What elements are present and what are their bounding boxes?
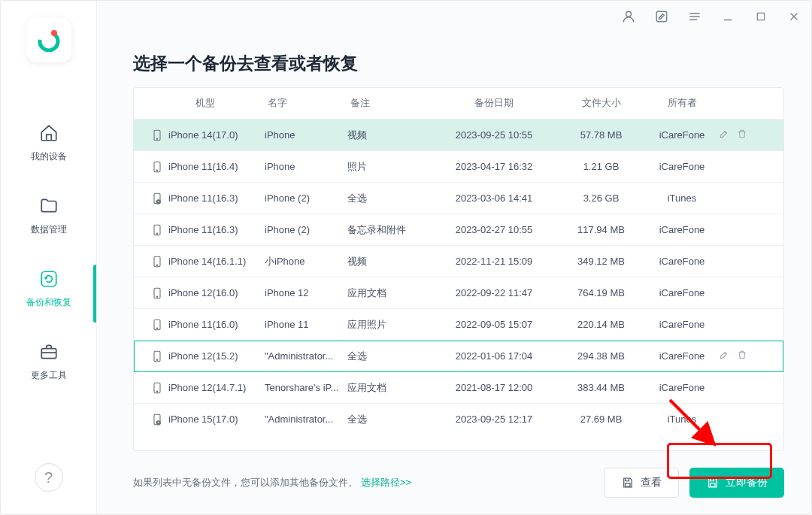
table-header: 机型 名字 备注 备份日期 文件大小 所有者: [134, 88, 783, 120]
edit-icon[interactable]: [653, 8, 670, 25]
itunes-phone-icon: [141, 191, 168, 206]
phone-icon: [141, 128, 168, 143]
titlebar: [620, 8, 802, 25]
svg-point-8: [156, 138, 157, 139]
table-row[interactable]: iPhone 14(17.0) iPhone 视频 2023-09-25 10:…: [134, 120, 783, 151]
cell-date: 2023-09-25 12:17: [430, 414, 558, 425]
cell-date: 2022-09-22 11:47: [430, 287, 558, 298]
table-row[interactable]: iPhone 11(16.3) iPhone (2) 全选 2023-03-06…: [134, 183, 783, 214]
cell-name: iPhone: [265, 161, 347, 172]
cell-owner: iTunes: [644, 192, 720, 204]
th-model: 机型: [168, 97, 265, 110]
svg-rect-3: [41, 349, 56, 359]
sidebar-item-label: 数据管理: [31, 223, 67, 236]
cell-size: 383.44 MB: [558, 382, 644, 393]
cell-size: 294.38 MB: [558, 350, 644, 362]
cell-size: 117.94 MB: [558, 224, 644, 235]
footer: 如果列表中无备份文件，您可以添加其他备份文件。 选择路径>> 查看 立即备份: [133, 468, 784, 498]
phone-icon: [141, 254, 168, 269]
app-window: 我的设备 数据管理 备份和恢复 更多工具 ?: [0, 0, 812, 515]
cell-owner: iCareFone: [644, 224, 720, 235]
cell-model: iPhone 14(16.1.1): [168, 256, 265, 267]
table-row[interactable]: iPhone 15(17.0) "Administrator... 全选 202…: [134, 404, 783, 432]
sidebar-item-my-device[interactable]: 我的设备: [1, 111, 96, 184]
th-name: 名字: [265, 97, 347, 110]
delete-row-icon[interactable]: [737, 129, 747, 141]
cell-owner: iCareFone: [644, 129, 720, 141]
cell-size: 349.12 MB: [558, 256, 644, 267]
table-row[interactable]: iPhone 12(15.2) "Administrator... 全选 202…: [134, 341, 783, 372]
svg-point-22: [156, 359, 157, 360]
delete-row-icon[interactable]: [737, 350, 747, 362]
maximize-icon[interactable]: [753, 8, 769, 25]
save-view-icon: [621, 476, 635, 489]
cell-name: "Administrator...: [265, 350, 347, 362]
choose-path-link[interactable]: 选择路径>>: [361, 476, 411, 489]
sidebar-item-label: 我的设备: [31, 150, 67, 163]
table-row[interactable]: iPhone 11(16.4) iPhone 照片 2023-04-17 16:…: [134, 151, 783, 183]
table-row[interactable]: iPhone 12(16.0) iPhone 12 应用文档 2022-09-2…: [134, 277, 783, 309]
cell-owner: iCareFone: [644, 161, 720, 172]
svg-rect-6: [757, 13, 764, 20]
phone-icon: [141, 159, 168, 174]
menu-icon[interactable]: [686, 8, 703, 25]
view-button[interactable]: 查看: [604, 468, 679, 498]
cell-date: 2022-01-06 17:04: [430, 350, 558, 362]
edit-row-icon[interactable]: [719, 129, 729, 141]
cell-size: 1.21 GB: [558, 161, 644, 172]
table-row[interactable]: iPhone 11(16.3) iPhone (2) 备忘录和附件 2023-0…: [134, 214, 783, 246]
cell-note: 备忘录和附件: [347, 223, 430, 237]
table-row[interactable]: iPhone 11(16.0) iPhone 11 应用照片 2022-09-0…: [134, 309, 783, 341]
cell-name: iPhone: [265, 129, 347, 141]
edit-row-icon[interactable]: [719, 350, 729, 362]
svg-point-1: [51, 30, 57, 36]
th-size: 文件大小: [558, 97, 644, 110]
question-icon: ?: [44, 469, 53, 486]
cell-owner: iCareFone: [644, 287, 720, 298]
cell-model: iPhone 12(15.2): [168, 350, 265, 362]
cell-model: iPhone 11(16.4): [168, 161, 265, 172]
sidebar-item-more-tools[interactable]: 更多工具: [1, 330, 96, 403]
phone-icon: [141, 286, 168, 301]
user-icon[interactable]: [620, 8, 637, 25]
folder-icon: [38, 195, 60, 217]
main-content: 选择一个备份去查看或者恢复 机型 名字 备注 备份日期 文件大小 所有者 iPh…: [97, 1, 811, 514]
footer-actions: 查看 立即备份: [604, 468, 784, 498]
home-icon: [38, 122, 60, 144]
cell-name: Tenorshare's iP...: [265, 382, 347, 393]
svg-point-14: [156, 233, 157, 234]
svg-point-24: [156, 391, 157, 392]
svg-point-4: [626, 11, 632, 17]
svg-rect-27: [626, 483, 630, 487]
help-button[interactable]: ?: [35, 463, 63, 492]
cell-size: 57.78 MB: [558, 129, 644, 141]
app-logo: [26, 17, 71, 62]
cell-model: iPhone 12(16.0): [168, 287, 265, 298]
table-row[interactable]: iPhone 14(16.1.1) 小iPhone 视频 2022-11-21 …: [134, 246, 783, 277]
cell-owner: iCareFone: [644, 382, 720, 393]
cell-model: iPhone 11(16.3): [168, 224, 265, 235]
sidebar-item-data-manage[interactable]: 数据管理: [1, 184, 96, 257]
table-row[interactable]: iPhone 12(14.7.1) Tenorshare's iP... 应用文…: [134, 372, 783, 404]
svg-point-16: [156, 265, 157, 265]
cell-size: 220.14 MB: [558, 319, 644, 330]
sidebar-item-backup-restore[interactable]: 备份和恢复: [1, 257, 96, 330]
cell-name: "Administrator...: [265, 414, 347, 425]
cell-size: 27.69 MB: [558, 414, 644, 425]
cell-size: 3.26 GB: [558, 192, 644, 204]
sidebar-item-label: 备份和恢复: [26, 296, 71, 309]
cell-name: iPhone (2): [265, 224, 347, 235]
svg-point-0: [37, 29, 61, 52]
svg-point-18: [156, 296, 157, 297]
cell-note: 应用文档: [347, 381, 430, 395]
phone-icon: [141, 380, 168, 395]
cell-size: 764.19 MB: [558, 287, 644, 298]
main-area: 选择一个备份去查看或者恢复 机型 名字 备注 备份日期 文件大小 所有者 iPh…: [96, 1, 811, 514]
close-icon[interactable]: [786, 8, 802, 25]
cell-note: 视频: [347, 129, 430, 142]
minimize-icon[interactable]: [720, 8, 736, 25]
backup-now-button[interactable]: 立即备份: [689, 468, 784, 498]
toolbox-icon: [38, 341, 60, 363]
cell-name: 小iPhone: [265, 255, 347, 268]
cell-owner: iTunes: [644, 414, 720, 425]
